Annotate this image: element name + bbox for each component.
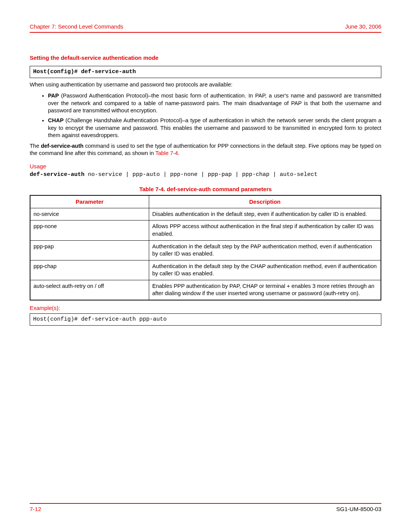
col-header-parameter: Parameter [30, 195, 149, 208]
chap-text: (Challenge Handshake Authentication Prot… [48, 117, 381, 138]
examples-label: Example(s): [30, 304, 381, 312]
table-row: auto-select auth-retry on / off Enables … [30, 280, 381, 300]
usage-rest: no-service | ppp-auto | ppp-none | ppp-p… [84, 171, 317, 178]
pap-label: PAP [48, 93, 59, 99]
header-date: June 30, 2006 [345, 23, 381, 30]
desc-cell: Authentication in the default step by th… [149, 260, 381, 280]
chapter-title: Chapter 7: Second Level Commands [30, 23, 123, 30]
list-item: PAP (Password Authentication Protocol)–t… [48, 92, 381, 115]
list-item: CHAP (Challenge Handshake Authentication… [48, 117, 381, 139]
param-cell: no-service [30, 208, 149, 220]
page-footer: 7-12 SG1-UM-8500-03 [30, 503, 381, 513]
usage-cmd: def-service-auth [30, 171, 84, 178]
desc-cell: Authentication in the default step by th… [149, 240, 381, 260]
section-title: Setting the default-service authenticati… [30, 54, 381, 62]
chap-label: CHAP [48, 117, 64, 123]
table-ref-link[interactable]: Table 7-4 [155, 150, 178, 156]
explain-post: . [178, 150, 180, 156]
document-id: SG1-UM-8500-03 [336, 505, 381, 513]
table-row: ppp-none Allows PPP access without authe… [30, 220, 381, 240]
table-row: ppp-chap Authentication in the default s… [30, 260, 381, 280]
example-box: Host(config)# def-service-auth ppp-auto [30, 313, 381, 326]
param-cell: ppp-pap [30, 240, 149, 260]
protocol-list: PAP (Password Authentication Protocol)–t… [30, 92, 381, 139]
explain-paragraph: The def-service-auth command is used to … [30, 142, 381, 157]
desc-cell: Disables authentication in the default s… [149, 208, 381, 220]
param-cell: ppp-none [30, 220, 149, 240]
param-cell: auto-select auth-retry on / off [30, 280, 149, 300]
desc-cell: Enables PPP authentication by PAP, CHAP … [149, 280, 381, 300]
page: Chapter 7: Second Level Commands June 30… [0, 0, 411, 532]
page-number: 7-12 [30, 505, 41, 513]
explain-pre: The [30, 143, 41, 149]
explain-cmd: def-service-auth [41, 143, 83, 149]
command-syntax-box: Host(config)# def-service-auth [30, 66, 381, 78]
table-header-row: Parameter Description [30, 195, 381, 208]
table-caption: Table 7-4. def-service-auth command para… [30, 185, 381, 193]
desc-cell: Allows PPP access without authentication… [149, 220, 381, 240]
pap-text: (Password Authentication Protocol)–the m… [48, 93, 381, 113]
table-row: no-service Disables authentication in th… [30, 208, 381, 220]
parameters-table: Parameter Description no-service Disable… [30, 195, 381, 300]
usage-label: Usage [30, 163, 381, 170]
param-cell: ppp-chap [30, 260, 149, 280]
col-header-description: Description [149, 195, 381, 208]
usage-line: def-service-auth no-service | ppp-auto |… [30, 171, 381, 179]
table-row: ppp-pap Authentication in the default st… [30, 240, 381, 260]
intro-paragraph: When using authentication by username an… [30, 81, 381, 89]
page-header: Chapter 7: Second Level Commands June 30… [30, 23, 381, 33]
